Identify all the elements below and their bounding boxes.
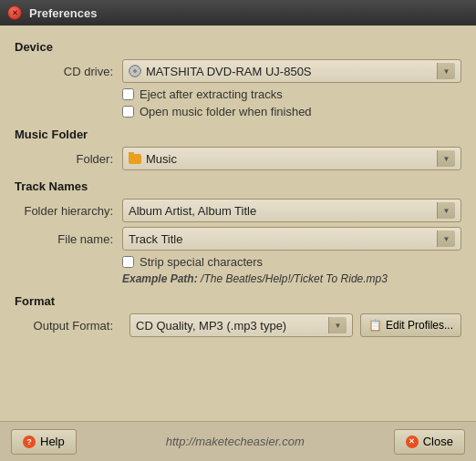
eject-row: Eject after extracting tracks (15, 87, 461, 101)
cd-drive-select[interactable]: MATSHITA DVD-RAM UJ-850S (122, 59, 461, 83)
open-music-checkbox[interactable] (122, 106, 134, 118)
cd-drive-arrow (437, 63, 455, 79)
eject-checkbox[interactable] (122, 88, 134, 100)
folder-value: Music (146, 152, 177, 166)
strip-row: Strip special characters (15, 255, 461, 269)
preferences-content: Device CD drive: MATSHITA DVD-RAM UJ-850… (0, 26, 476, 353)
folder-hierarchy-arrow (437, 202, 455, 219)
close-label: Close (423, 435, 453, 448)
edit-icon: 📋 (368, 319, 382, 332)
folder-row: Folder: Music (15, 147, 461, 170)
file-name-value: Track Title (129, 232, 182, 246)
close-window-button[interactable] (7, 5, 22, 20)
file-name-select[interactable]: Track Title (122, 227, 461, 251)
cd-drive-row: CD drive: MATSHITA DVD-RAM UJ-850S (15, 59, 461, 83)
folder-label: Folder: (22, 152, 122, 166)
help-button[interactable]: ? Help (11, 429, 77, 455)
output-format-value: CD Quality, MP3 (.mp3 type) (136, 319, 286, 333)
cd-icon (129, 65, 141, 77)
device-section-heading: Device (15, 40, 461, 54)
folder-hierarchy-select[interactable]: Album Artist, Album Title (122, 199, 461, 222)
file-name-row: File name: Track Title (15, 227, 461, 251)
example-path-value: /The Beatles/Help!/Ticket To Ride.mp3 (201, 272, 388, 285)
file-name-arrow (437, 230, 455, 247)
strip-checkbox[interactable] (122, 256, 134, 268)
cd-drive-value: MATSHITA DVD-RAM UJ-850S (146, 65, 312, 78)
example-path-label: Example Path: (122, 272, 198, 285)
folder-hierarchy-row: Folder hierarchy: Album Artist, Album Ti… (15, 199, 461, 222)
output-format-label: Output Format: (22, 319, 122, 333)
close-button[interactable]: ✕ Close (394, 429, 465, 455)
folder-icon (129, 154, 141, 164)
example-path-row: Example Path: /The Beatles/Help!/Ticket … (15, 272, 461, 285)
titlebar: Preferences (0, 0, 476, 26)
format-section-heading: Format (15, 294, 461, 308)
edit-profiles-button[interactable]: 📋 Edit Profiles... (360, 313, 461, 337)
track-names-section-heading: Track Names (15, 179, 461, 193)
folder-arrow (437, 150, 455, 167)
open-music-row: Open music folder when finished (15, 105, 461, 118)
open-music-label: Open music folder when finished (140, 105, 312, 118)
window-title: Preferences (29, 6, 97, 20)
folder-select[interactable]: Music (122, 147, 461, 170)
eject-label: Eject after extracting tracks (140, 87, 283, 101)
output-format-row: Output Format: CD Quality, MP3 (.mp3 typ… (15, 313, 461, 337)
folder-hierarchy-value: Album Artist, Album Title (129, 204, 256, 218)
bottom-bar: ? Help http://maketecheasier.com ✕ Close (0, 421, 476, 461)
folder-hierarchy-label: Folder hierarchy: (22, 204, 122, 218)
cd-drive-label: CD drive: (22, 65, 122, 78)
help-label: Help (40, 435, 65, 448)
close-icon: ✕ (406, 435, 419, 448)
edit-profiles-label: Edit Profiles... (386, 319, 453, 332)
output-format-arrow (328, 317, 347, 333)
help-icon: ? (23, 435, 36, 448)
music-folder-section-heading: Music Folder (15, 128, 461, 141)
output-format-select[interactable]: CD Quality, MP3 (.mp3 type) (129, 313, 353, 337)
website-url: http://maketecheasier.com (166, 435, 305, 448)
strip-label: Strip special characters (140, 255, 263, 269)
file-name-label: File name: (22, 232, 122, 246)
